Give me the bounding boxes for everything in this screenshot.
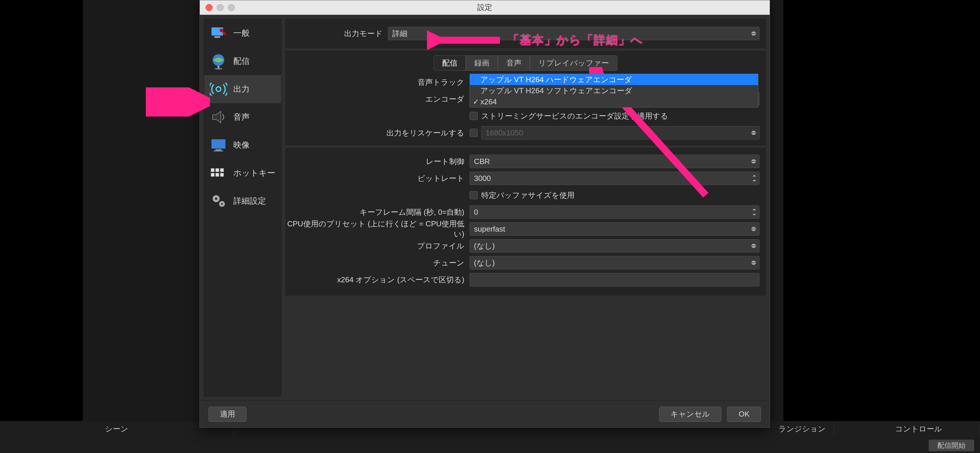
rescale-output-select[interactable]: 1680x1050	[481, 126, 759, 139]
output-mode-section: 出力モード 詳細	[286, 19, 766, 48]
x264-options-input[interactable]	[469, 273, 759, 287]
keyframe-interval-label: キーフレーム間隔 (秒, 0=自動)	[286, 207, 469, 217]
sidebar-item-label: ホットキー	[233, 168, 275, 179]
streaming-top-rows: 音声トラック エンコーダ x264	[286, 74, 765, 145]
svg-rect-1	[215, 36, 220, 38]
profile-value: (なし)	[474, 241, 495, 251]
svg-point-5	[215, 68, 223, 70]
chevron-updown-icon	[751, 158, 756, 165]
rescale-output-label: 出力をリスケールする	[286, 128, 469, 138]
cpu-preset-select[interactable]: superfast	[469, 222, 759, 236]
sidebar-item-label: 詳細設定	[233, 195, 266, 206]
custom-buffer-label: 特定バッファサイズを使用	[481, 190, 574, 200]
svg-rect-12	[220, 168, 224, 172]
wrench-icon	[209, 24, 228, 43]
apply-button[interactable]: 適用	[208, 407, 247, 422]
encoder-settings-section: レート制御 CBR ビットレート 3000 特定バッファサイズを使用 キーフレー…	[286, 148, 766, 295]
ok-button[interactable]: OK	[727, 407, 761, 422]
custom-buffer-checkbox[interactable]	[469, 191, 478, 199]
bitrate-input[interactable]: 3000	[469, 172, 759, 185]
svg-rect-14	[216, 173, 219, 177]
sidebar-item-label: 音声	[233, 112, 250, 123]
spinner-icon[interactable]	[751, 207, 757, 217]
tune-value: (なし)	[474, 258, 495, 268]
tab-audio[interactable]: 音声	[498, 55, 530, 71]
tab-record[interactable]: 録画	[466, 55, 498, 71]
chevron-updown-icon	[751, 242, 756, 249]
sidebar-item-output[interactable]: 出力	[204, 75, 281, 103]
svg-rect-9	[214, 150, 223, 152]
keyframe-value: 0	[474, 208, 478, 217]
rate-control-select[interactable]: CBR	[469, 155, 759, 168]
sidebar-item-label: 出力	[233, 84, 250, 95]
profile-select[interactable]: (なし)	[469, 239, 759, 253]
rescale-output-checkbox[interactable]	[469, 129, 478, 137]
dialog-footer: 適用 キャンセル OK	[200, 401, 770, 428]
svg-rect-11	[216, 168, 219, 172]
audio-track-label: 音声トラック	[286, 77, 469, 87]
svg-point-6	[216, 87, 221, 92]
svg-rect-7	[212, 139, 226, 149]
cancel-button[interactable]: キャンセル	[659, 407, 721, 422]
sidebar-item-label: 一般	[233, 28, 250, 39]
x264-options-label: x264 オプション (スペースで区切る)	[286, 275, 469, 285]
chevron-updown-icon	[751, 259, 756, 266]
sidebar-item-advanced[interactable]: 詳細設定	[204, 187, 281, 215]
svg-rect-13	[211, 173, 215, 177]
profile-label: プロファイル	[286, 241, 469, 251]
apply-service-settings-label: ストリーミングサービスのエンコーダ設定を適用する	[481, 111, 668, 121]
svg-point-2	[220, 29, 223, 32]
tune-label: チューン	[286, 258, 469, 268]
settings-dialog: 設定 一般 配信	[199, 0, 770, 428]
broadcast-icon	[209, 79, 228, 99]
sidebar-item-audio[interactable]: 音声	[204, 103, 281, 131]
svg-rect-8	[216, 149, 221, 150]
scene-panel-header: シーン	[0, 422, 233, 436]
bitrate-value: 3000	[474, 174, 491, 183]
window-title: 設定	[200, 2, 770, 13]
sidebar-item-label: 配信	[233, 55, 250, 67]
settings-main: 出力モード 詳細 配信 録画 音声	[286, 19, 766, 396]
encoder-option-hw[interactable]: アップル VT H264 ハードウェアエンコーダ	[470, 74, 758, 85]
output-tabs-section: 配信 録画 音声 リプレイバッファー 音声トラック エンコーダ	[286, 51, 766, 145]
rate-control-value: CBR	[474, 157, 490, 166]
apply-service-settings-checkbox[interactable]	[469, 112, 478, 120]
encoder-option-x264[interactable]: x264	[470, 96, 758, 107]
cpu-preset-label: CPU使用のプリセット (上に行くほど = CPU使用低い)	[286, 219, 469, 239]
sidebar-item-video[interactable]: 映像	[204, 131, 281, 159]
sidebar-item-general[interactable]: 一般	[204, 19, 281, 47]
transition-panel-header: ランジション	[770, 422, 834, 436]
sidebar-item-stream[interactable]: 配信	[204, 47, 281, 75]
tune-select[interactable]: (なし)	[469, 256, 759, 269]
svg-rect-10	[211, 168, 215, 172]
bitrate-label: ビットレート	[286, 173, 469, 184]
tab-stream[interactable]: 配信	[434, 55, 466, 71]
control-panel-header: コントロール	[858, 422, 980, 436]
spinner-icon[interactable]	[751, 173, 757, 184]
globe-icon	[209, 52, 228, 71]
chevron-updown-icon	[751, 225, 756, 233]
tab-replay-buffer[interactable]: リプレイバッファー	[530, 55, 617, 71]
rate-control-label: レート制御	[286, 157, 469, 166]
output-tabs: 配信 録画 音声 リプレイバッファー	[286, 51, 765, 74]
sidebar-item-hotkeys[interactable]: ホットキー	[204, 159, 281, 187]
encoder-option-sw[interactable]: アップル VT H264 ソフトウェアエンコーダ	[470, 85, 758, 96]
cpu-preset-value: superfast	[474, 225, 505, 234]
keyframe-interval-input[interactable]: 0	[469, 205, 759, 219]
rescale-output-value: 1680x1050	[485, 128, 523, 138]
settings-sidebar: 一般 配信 出力 音声	[204, 19, 282, 396]
output-mode-value: 詳細	[392, 29, 407, 39]
display-icon	[209, 135, 228, 155]
speaker-icon	[209, 108, 228, 127]
chevron-updown-icon	[751, 30, 756, 37]
svg-point-17	[215, 198, 217, 200]
chevron-down-icon	[751, 129, 756, 136]
encoder-dropdown-menu[interactable]: アップル VT H264 ハードウェアエンコーダ アップル VT H264 ソフ…	[469, 74, 758, 108]
obs-background: シーン ランジション コントロール 配信開始 設定 一般	[0, 0, 980, 453]
start-streaming-button[interactable]: 配信開始	[929, 440, 974, 451]
output-mode-select[interactable]: 詳細	[388, 27, 759, 40]
titlebar: 設定	[200, 0, 770, 15]
gear-icon	[209, 192, 228, 211]
output-mode-label: 出力モード	[286, 29, 388, 39]
encoder-label: エンコーダ	[286, 94, 469, 104]
